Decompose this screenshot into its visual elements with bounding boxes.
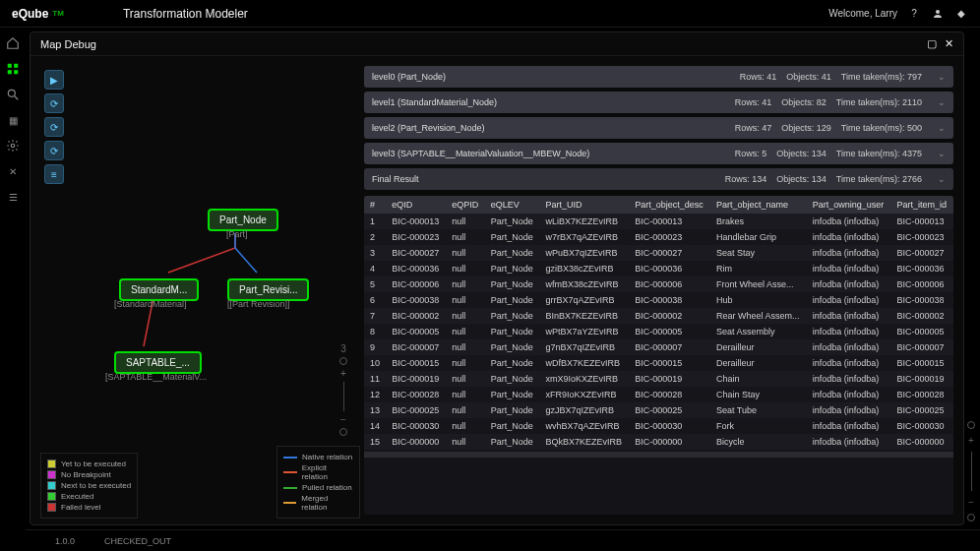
graph-pane: ▶ ⟳ ⟳ ⟳ ≡ Part_Node [Part] StandardM... …: [31, 56, 360, 524]
column-header[interactable]: Part_object_name: [710, 196, 807, 214]
tools-icon[interactable]: ✕: [5, 163, 21, 179]
table-row[interactable]: 9BIC-000007nullPart_Nodeg7nBX7qIZEvIRBBI…: [364, 339, 953, 355]
level-name: level3 (SAPTABLE__MaterialValuation__MBE…: [372, 149, 589, 158]
table-cell: BInBX7KEZEvIRB: [540, 308, 630, 324]
table-cell: BIC-000007: [891, 339, 953, 355]
table-cell: Chain Stay: [710, 387, 807, 402]
svg-point-5: [8, 90, 15, 96]
table-row[interactable]: 11BIC-000019nullPart_NodexmX9IoKXZEvIRBB…: [364, 371, 953, 387]
loop-button[interactable]: ⟳: [44, 141, 64, 160]
maximize-icon[interactable]: ▢: [927, 37, 937, 50]
table-cell: wPtBX7aYZEvIRB: [540, 324, 630, 339]
settings-diamond-icon[interactable]: ◆: [954, 7, 968, 21]
table-row[interactable]: 12BIC-000028nullPart_NodexFR9IoKXZEvIRBB…: [364, 387, 953, 402]
table-cell: w7rBX7qAZEvIRB: [540, 229, 630, 245]
table-cell: Seat Stay: [710, 245, 807, 261]
home-icon[interactable]: [5, 35, 21, 51]
table-cell: infodba (infodba): [807, 387, 891, 402]
list-icon[interactable]: ☰: [5, 189, 21, 205]
horizontal-scrollbar[interactable]: [364, 452, 953, 458]
table-cell: Derailleur: [710, 355, 807, 371]
table-row[interactable]: 15BIC-000000nullPart_NodeBQkBX7KEZEvIRBB…: [364, 434, 953, 450]
grid-icon[interactable]: [5, 61, 21, 77]
menu-button[interactable]: ≡: [44, 164, 64, 184]
user-icon[interactable]: [931, 7, 945, 21]
node-saptable[interactable]: SAPTABLE_...: [114, 351, 202, 374]
table-row[interactable]: 1BIC-000013nullPart_NodewLiBX7KEZEvIRBBI…: [364, 214, 953, 229]
level-rows: Rows: 5: [735, 149, 767, 158]
table-cell: 12: [364, 387, 386, 402]
column-header[interactable]: Part_UID: [540, 196, 630, 214]
table-cell: null: [446, 355, 485, 371]
level-bar[interactable]: level3 (SAPTABLE__MaterialValuation__MBE…: [364, 143, 953, 164]
level-bar[interactable]: level2 (Part_Revision_Node)Rows: 47Objec…: [364, 117, 953, 139]
level-objects: Objects: 41: [786, 72, 831, 82]
table-cell: BIC-000013: [891, 214, 953, 229]
right-slider[interactable]: + −: [966, 45, 976, 521]
table-row[interactable]: 2BIC-000023nullPart_Nodew7rBX7qAZEvIRBBI…: [364, 229, 953, 245]
table-row[interactable]: 4BIC-000036nullPart_NodegziBX38cZEvIRBBI…: [364, 261, 953, 276]
search-icon[interactable]: [5, 87, 21, 102]
table-row[interactable]: 5BIC-000006nullPart_NodewfmBX38cZEvIRBBI…: [364, 276, 953, 292]
column-header[interactable]: #: [364, 196, 386, 214]
node-standardmaterial[interactable]: StandardM...: [119, 278, 199, 301]
chevron-down-icon: ⌄: [938, 72, 946, 82]
table-cell: Part_Node: [485, 245, 540, 261]
table-row[interactable]: 13BIC-000025nullPart_NodegzJBX7qIZEvIRBB…: [364, 402, 953, 418]
column-header[interactable]: eQLEV: [485, 196, 540, 214]
node-saptable-sub: [SAPTABLE__MaterialV...: [105, 372, 207, 382]
node-partrevision[interactable]: Part_Revisi...: [227, 278, 309, 301]
table-cell: grrBX7qAZEvIRB: [540, 292, 630, 308]
table-cell: null: [446, 371, 485, 387]
table-row[interactable]: 3BIC-000027nullPart_NodewPuBX7qIZEvIRBBI…: [364, 245, 953, 261]
table-cell: null: [446, 339, 485, 355]
final-objects: Objects: 134: [776, 174, 827, 184]
legend-item: No Breakpoint: [47, 470, 131, 479]
table-cell: BIC-000006: [629, 276, 710, 292]
level-bar[interactable]: level1 (StandardMaterial_Node)Rows: 41Ob…: [364, 92, 953, 113]
table-row[interactable]: 8BIC-000005nullPart_NodewPtBX7aYZEvIRBBI…: [364, 324, 953, 339]
relation-legend: Native relationExplicit relationPulled r…: [276, 446, 360, 519]
column-header[interactable]: Part_item_id: [891, 196, 953, 214]
layers-icon[interactable]: ▦: [5, 112, 21, 128]
table-row[interactable]: 14BIC-000030nullPart_NodewvhBX7qAZEvIRBB…: [364, 418, 953, 434]
legend-item: Merged relation: [283, 494, 353, 512]
table-cell: Part_Node: [485, 434, 540, 450]
table-cell: null: [446, 434, 485, 450]
column-header[interactable]: Part_object_desc: [629, 196, 710, 214]
play-button[interactable]: ▶: [44, 70, 64, 90]
gear-icon[interactable]: [5, 138, 21, 153]
table-cell: Part_Node: [485, 276, 540, 292]
column-header[interactable]: eQPID: [446, 196, 485, 214]
table-cell: infodba (infodba): [807, 324, 891, 339]
final-result-bar[interactable]: Final ResultRows: 134Objects: 134Time ta…: [364, 168, 953, 190]
svg-point-7: [11, 144, 15, 148]
topbar-right: Welcome, Larry ? ◆: [828, 7, 968, 21]
column-header[interactable]: Part_owning_user: [807, 196, 891, 214]
table-cell: BIC-000019: [386, 371, 446, 387]
table-cell: BIC-000030: [891, 418, 953, 434]
level-objects: Objects: 134: [776, 149, 827, 158]
help-icon[interactable]: ?: [907, 7, 921, 21]
level-name: level1 (StandardMaterial_Node): [372, 97, 497, 107]
zoom-control[interactable]: 3 + −: [337, 343, 350, 436]
table-cell: 7: [364, 308, 386, 324]
map-debug-panel: Map Debug ▢ ✕ ▶ ⟳ ⟳ ⟳ ≡ Part_Node [Part: [30, 31, 964, 525]
node-part[interactable]: Part_Node: [208, 209, 278, 231]
table-cell: xmX9IoKXZEvIRB: [540, 371, 630, 387]
refresh-button[interactable]: ⟳: [44, 93, 64, 113]
table-cell: BIC-000030: [629, 418, 710, 434]
column-header[interactable]: eQID: [386, 196, 446, 214]
step-button[interactable]: ⟳: [44, 117, 64, 137]
table-cell: null: [446, 418, 485, 434]
table-row[interactable]: 10BIC-000015nullPart_NodewDfBX7KEZEvIRBB…: [364, 355, 953, 371]
table-cell: Part_Node: [485, 418, 540, 434]
table-cell: BIC-000002: [386, 308, 446, 324]
close-icon[interactable]: ✕: [945, 37, 953, 50]
table-cell: BIC-000036: [891, 261, 953, 276]
level-bar[interactable]: level0 (Part_Node)Rows: 41Objects: 41Tim…: [364, 66, 953, 88]
table-row[interactable]: 7BIC-000002nullPart_NodeBInBX7KEZEvIRBBI…: [364, 308, 953, 324]
table-cell: BIC-000002: [629, 308, 710, 324]
table-row[interactable]: 6BIC-000038nullPart_NodegrrBX7qAZEvIRBBI…: [364, 292, 953, 308]
table-cell: wPuBX7qIZEvIRB: [540, 245, 630, 261]
